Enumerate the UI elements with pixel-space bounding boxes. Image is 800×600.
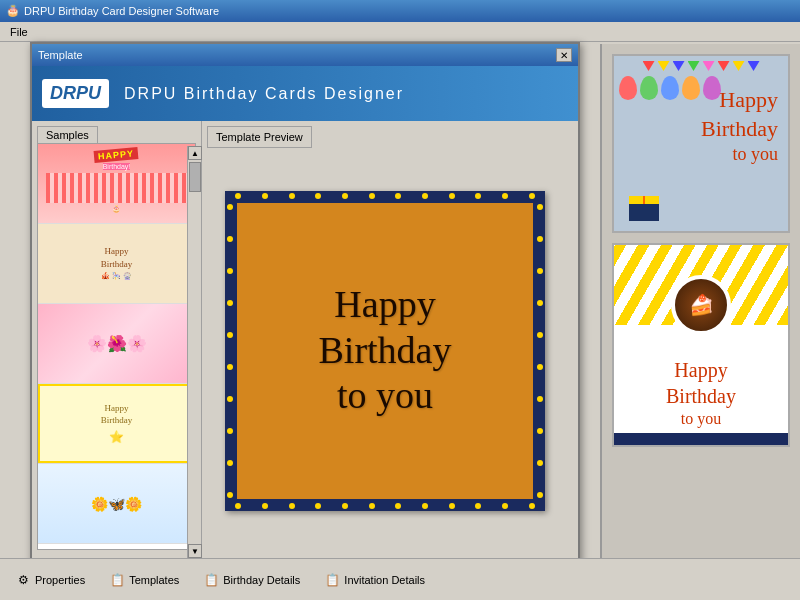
bunting-flag [703,61,715,71]
samples-scrollbar[interactable]: ▲ ▼ [187,146,201,558]
dot [369,503,375,509]
dot [537,332,543,338]
card-dots-left [227,193,233,509]
scroll-thumb[interactable] [189,162,201,192]
card-line2: Birthday [319,329,452,371]
dot [227,236,233,242]
scroll-down-button[interactable]: ▼ [188,544,202,558]
app-invitation-details-button[interactable]: 📋 Invitation Details [314,567,434,593]
gallery-card-2-image: 🍰 Happy Birthday to you [614,245,788,445]
dot [529,193,535,199]
app-birthday-details-button[interactable]: 📋 Birthday Details [193,567,309,593]
template-thumb-5[interactable]: 🌼🦋🌼 [38,464,195,544]
dot [537,396,543,402]
app-templates-icon: 📋 [108,571,126,589]
balloon [661,76,679,100]
dot [227,204,233,210]
gc2-happy: Happy [614,357,788,383]
dot [315,193,321,199]
bunting-flag [658,61,670,71]
balloon [682,76,700,100]
app-icon: 🎂 [6,4,20,18]
card-dots-top [227,193,543,199]
card-dots-right [537,193,543,509]
dot [537,268,543,274]
birthday-card-preview: Happy Birthday to you [225,191,545,511]
dot [537,460,543,466]
gc2-toyou: to you [614,409,788,430]
dot [342,503,348,509]
samples-area: HAPPY Birthday! 🎂 HappyBirthday 🎪 🎠 🎡 [37,143,196,550]
bunting-flag [673,61,685,71]
drpu-header: DRPU DRPU Birthday Cards Designer [32,66,578,121]
template-dialog: Template ✕ DRPU DRPU Birthday Cards Desi… [30,42,580,600]
birthday-card-text: Happy Birthday to you [319,282,452,419]
drpu-app-title: DRPU Birthday Cards Designer [124,85,404,103]
dot [475,193,481,199]
template-thumb-1[interactable]: HAPPY Birthday! 🎂 [38,144,195,224]
dot [227,492,233,498]
dot [227,428,233,434]
app-templates-button[interactable]: 📋 Templates [99,567,188,593]
gift-box [629,196,659,221]
gallery-card-2[interactable]: 🍰 Happy Birthday to you [612,243,790,447]
title-bar: 🎂 DRPU Birthday Card Designer Software [0,0,800,22]
dot [422,503,428,509]
dot [227,300,233,306]
dot [537,428,543,434]
card-line1: Happy [334,283,435,325]
dot [537,236,543,242]
gc1-toyou: to you [701,143,778,166]
dot [395,193,401,199]
app-properties-button[interactable]: ⚙ Properties [5,567,94,593]
dot [342,193,348,199]
drpu-logo: DRPU [42,79,109,108]
dot [369,193,375,199]
dot [227,396,233,402]
dot [529,503,535,509]
dot [262,193,268,199]
app-properties-label: Properties [35,574,85,586]
dialog-title: Template [38,49,556,61]
balloon [640,76,658,100]
dot [227,332,233,338]
app-birthday-icon: 📋 [202,571,220,589]
dialog-title-bar: Template ✕ [32,44,578,66]
gallery-card-1[interactable]: Happy Birthday to you [612,54,790,233]
gc2-bottom-bar [614,433,788,445]
scroll-up-button[interactable]: ▲ [188,146,202,160]
bunting-flag [733,61,745,71]
dialog-close-button[interactable]: ✕ [556,48,572,62]
samples-tab[interactable]: Samples [37,126,98,143]
gc1-text: Happy Birthday to you [701,86,778,167]
dot [227,460,233,466]
card-preview-container: Happy Birthday to you [202,153,578,558]
gc1-birthday: Birthday [701,115,778,144]
cake-icon: 🍰 [689,293,714,317]
dot [449,503,455,509]
dot [227,364,233,370]
dot [315,503,321,509]
dot [502,503,508,509]
dot [449,193,455,199]
template-thumb-2[interactable]: HappyBirthday 🎪 🎠 🎡 [38,224,195,304]
samples-panel: Samples HAPPY Birthday! 🎂 [32,121,202,558]
menu-file[interactable]: File [4,24,34,40]
template-thumb-4[interactable]: HappyBirthday ⭐ [38,384,195,464]
card-line3: to you [337,374,433,416]
dot [537,300,543,306]
dot [262,503,268,509]
dot [235,503,241,509]
dot [422,193,428,199]
dot [502,193,508,199]
cake-circle: 🍰 [671,275,731,335]
app-container: File Template ✕ DRPU DRPU Birthday Cards… [0,22,800,600]
dot [227,268,233,274]
balloon [619,76,637,100]
app-bottom-toolbar: ⚙ Properties 📋 Templates 📋 Birthday Deta… [0,558,800,600]
dot [537,204,543,210]
dot [289,193,295,199]
right-gallery-panel: Happy Birthday to you 🍰 [600,44,800,558]
template-thumb-3[interactable]: 🌸🌺🌸 [38,304,195,384]
dot [395,503,401,509]
